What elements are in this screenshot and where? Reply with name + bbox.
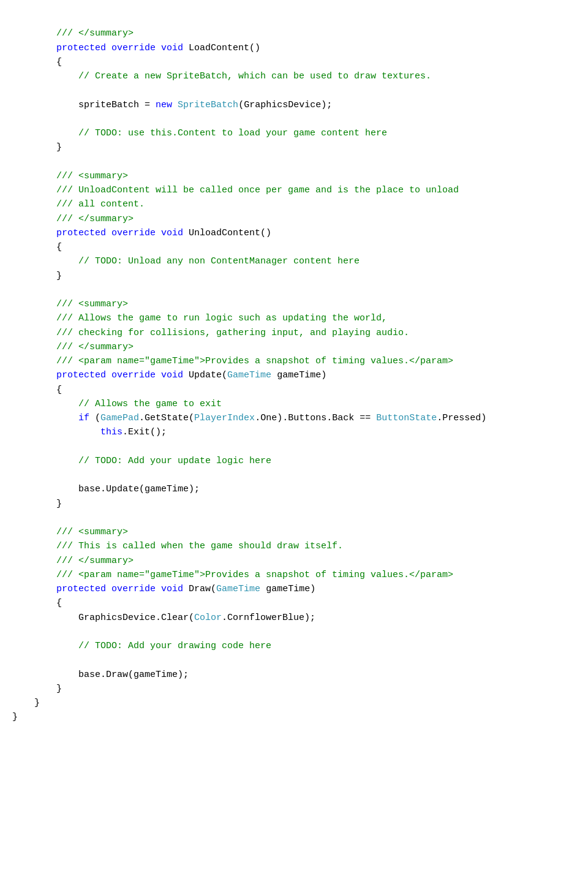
token-default: gameTime) (271, 370, 326, 380)
token-default: { (56, 385, 62, 395)
token-keyword: override (111, 43, 156, 53)
token-comment: /// This is called when the game should … (56, 541, 343, 551)
code-line: /// <summary> (12, 169, 576, 183)
code-line: } (12, 269, 576, 283)
code-line: /// checking for collisions, gathering i… (12, 326, 576, 340)
token-comment: /// Allows the game to run logic such as… (56, 313, 387, 323)
code-line: { (12, 596, 576, 610)
token-type: PlayerIndex (194, 413, 255, 423)
token-default: .CornflowerBlue); (222, 613, 315, 623)
code-line: protected override void Draw(GameTime ga… (12, 582, 576, 596)
token-default: LoadContent() (183, 43, 260, 53)
token-type: ButtonState (376, 413, 437, 423)
code-line: // TODO: Add your drawing code here (12, 639, 576, 653)
token-default: GraphicsDevice.Clear( (78, 613, 194, 623)
token-keyword: override (111, 370, 156, 380)
token-type: SpriteBatch (178, 100, 238, 110)
token-keyword: protected (56, 370, 106, 380)
token-comment: // TODO: Add your drawing code here (78, 641, 271, 651)
code-line: // Allows the game to exit (12, 397, 576, 411)
code-line: this.Exit(); (12, 425, 576, 439)
token-type: GamePad (100, 413, 139, 423)
code-line: base.Draw(gameTime); (12, 668, 576, 682)
token-keyword: this (100, 427, 123, 437)
code-line (12, 155, 576, 169)
token-comment: /// <summary> (56, 527, 128, 537)
code-line (12, 511, 576, 525)
code-line (12, 653, 576, 667)
code-line: } (12, 696, 576, 710)
token-comment: /// <param name="gameTime">Provides a sn… (56, 356, 453, 366)
token-default (106, 370, 111, 380)
token-default (106, 43, 111, 53)
token-type: Color (194, 613, 222, 623)
token-keyword: void (161, 370, 183, 380)
token-keyword: if (78, 413, 89, 423)
token-keyword: override (111, 228, 156, 238)
token-default (156, 584, 161, 594)
token-default: base.Draw(gameTime); (78, 670, 189, 680)
token-default: } (56, 271, 62, 281)
token-keyword: void (161, 584, 183, 594)
code-line: { (12, 240, 576, 254)
token-default: } (56, 142, 62, 153)
token-comment: /// <summary> (56, 171, 128, 181)
code-line: /// </summary> (12, 554, 576, 568)
code-line: GraphicsDevice.Clear(Color.CornflowerBlu… (12, 611, 576, 625)
token-default: } (56, 499, 62, 509)
code-line: /// </summary> (12, 340, 576, 354)
token-comment: /// </summary> (56, 556, 134, 566)
token-comment: /// </summary> (56, 214, 134, 224)
code-line: // TODO: use this.Content to load your g… (12, 126, 576, 140)
token-default (156, 43, 161, 53)
code-line: protected override void UnloadContent() (12, 226, 576, 240)
token-type: GameTime (216, 584, 260, 594)
token-default: base.Update(gameTime); (78, 484, 200, 494)
token-default (156, 228, 161, 238)
token-default: Draw( (183, 584, 216, 594)
token-default: .Pressed) (437, 413, 486, 423)
code-line: base.Update(gameTime); (12, 482, 576, 496)
code-line: { (12, 383, 576, 397)
code-line (12, 112, 576, 126)
code-line: } (12, 682, 576, 696)
code-line (12, 83, 576, 97)
code-line: protected override void Update(GameTime … (12, 368, 576, 382)
token-default (106, 228, 111, 238)
code-line: /// </summary> (12, 26, 576, 40)
code-line: } (12, 140, 576, 154)
token-comment: // TODO: Unload any non ContentManager c… (78, 256, 360, 266)
token-comment: // TODO: use this.Content to load your g… (78, 128, 387, 138)
code-line: { (12, 55, 576, 69)
code-editor: /// </summary> protected override void L… (0, 6, 588, 731)
token-default: { (56, 598, 62, 608)
token-keyword: void (161, 228, 183, 238)
token-comment: /// UnloadContent will be called once pe… (56, 185, 459, 195)
token-default: (GraphicsDevice); (238, 100, 332, 110)
token-keyword: protected (56, 228, 106, 238)
token-default: UnloadContent() (183, 228, 271, 238)
token-comment: /// checking for collisions, gathering i… (56, 328, 409, 338)
code-line (12, 625, 576, 639)
code-line: /// </summary> (12, 212, 576, 226)
token-default (106, 584, 111, 594)
code-line: /// This is called when the game should … (12, 539, 576, 553)
token-default (156, 370, 161, 380)
token-default: { (56, 57, 62, 67)
token-keyword: override (111, 584, 156, 594)
token-comment: /// </summary> (56, 28, 134, 39)
code-line (12, 468, 576, 482)
code-line: /// <param name="gameTime">Provides a sn… (12, 354, 576, 368)
token-comment: // Create a new SpriteBatch, which can b… (78, 71, 431, 81)
token-default: } (12, 712, 18, 722)
token-default: .Exit(); (123, 427, 167, 437)
code-line: /// Allows the game to run logic such as… (12, 311, 576, 325)
code-line: /// <summary> (12, 297, 576, 311)
token-comment: // TODO: Add your update logic here (78, 456, 271, 466)
token-comment: /// <summary> (56, 299, 128, 309)
token-comment: // Allows the game to exit (78, 399, 222, 409)
code-line: if (GamePad.GetState(PlayerIndex.One).Bu… (12, 411, 576, 425)
token-keyword: protected (56, 43, 106, 53)
token-default: } (56, 684, 62, 694)
token-default: .One).Buttons.Back == (255, 413, 376, 423)
